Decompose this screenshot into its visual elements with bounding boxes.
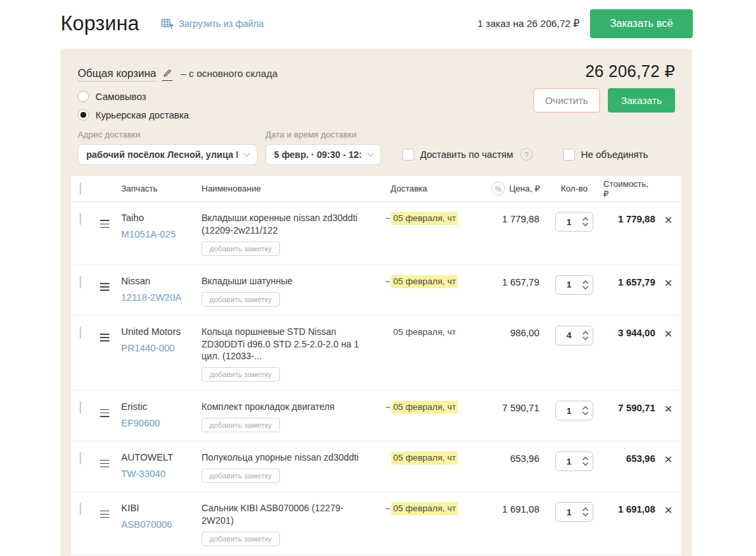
part-article-link[interactable]: EF90600 bbox=[121, 418, 160, 428]
upload-file-icon bbox=[161, 18, 174, 30]
help-icon[interactable]: ? bbox=[520, 148, 533, 161]
quantity-stepper[interactable]: 1 bbox=[555, 275, 593, 295]
percent-icon[interactable]: % bbox=[491, 182, 505, 195]
row-checkbox[interactable] bbox=[80, 276, 81, 288]
address-select[interactable]: рабочий посёлок Лесной, улица М... bbox=[78, 144, 257, 165]
deliver-in-parts-checkbox[interactable] bbox=[402, 149, 414, 161]
item-total: 1 779,88 bbox=[618, 212, 655, 224]
address-label: Адрес доставки bbox=[78, 130, 265, 139]
item-price: 7 590,71 bbox=[502, 401, 545, 413]
part-name: Комплект прокладок двигателя bbox=[202, 401, 384, 413]
courier-radio-circle[interactable] bbox=[78, 109, 89, 120]
item-total: 653,96 bbox=[626, 451, 655, 464]
col-header-qty: Кол-во bbox=[561, 184, 587, 193]
drag-handle-icon[interactable] bbox=[100, 215, 109, 228]
drag-handle-icon[interactable] bbox=[100, 455, 109, 468]
table-row: KIBI ASB070006 Сальник KIBI ASB070006 (1… bbox=[71, 492, 682, 555]
drag-handle-icon[interactable] bbox=[100, 405, 109, 417]
qty-decrease-icon[interactable] bbox=[582, 513, 589, 517]
delivery-approx-tilde: ~ bbox=[385, 402, 391, 412]
qty-decrease-icon[interactable] bbox=[582, 286, 589, 290]
order-summary: 1 заказ на 26 206,72 ₽ bbox=[477, 18, 580, 30]
upload-from-file-link[interactable]: Загрузить из файла bbox=[161, 18, 263, 30]
remove-item-icon[interactable]: × bbox=[664, 502, 672, 517]
drag-handle-icon[interactable] bbox=[100, 278, 109, 291]
part-article-link[interactable]: 12118-2W20A bbox=[121, 292, 182, 303]
row-checkbox[interactable] bbox=[80, 213, 81, 225]
datetime-label: Дата и время доставки bbox=[265, 130, 381, 139]
cart-items-table: Запчасть Наименование Доставка % Цена, ₽… bbox=[71, 176, 682, 556]
item-total: 7 590,71 bbox=[618, 401, 655, 413]
quantity-value: 1 bbox=[556, 280, 582, 290]
select-all-checkbox[interactable] bbox=[80, 182, 81, 195]
part-name: Сальник KIBI ASB070006 (12279-2W201) bbox=[202, 502, 384, 527]
col-header-price: Цена, ₽ bbox=[509, 184, 540, 193]
qty-increase-icon[interactable] bbox=[582, 457, 589, 461]
row-checkbox[interactable] bbox=[80, 401, 81, 414]
no-merge-checkbox[interactable] bbox=[563, 149, 575, 161]
drag-handle-icon[interactable] bbox=[100, 506, 109, 518]
quantity-value: 1 bbox=[556, 406, 582, 416]
add-note-button[interactable]: добавить заметку bbox=[202, 292, 280, 307]
col-header-delivery: Доставка bbox=[384, 184, 491, 193]
qty-increase-icon[interactable] bbox=[582, 217, 589, 221]
part-article-link[interactable]: ASB070006 bbox=[121, 519, 172, 530]
col-header-part: Запчасть bbox=[121, 184, 202, 193]
add-note-button[interactable]: добавить заметку bbox=[202, 367, 280, 382]
part-article-link[interactable]: TW-33040 bbox=[121, 468, 165, 479]
table-row: AUTOWELT TW-33040 Полукольца упорные nis… bbox=[71, 442, 682, 492]
part-brand: KIBI bbox=[121, 502, 202, 515]
chevron-down-icon bbox=[362, 153, 374, 157]
part-article-link[interactable]: M1051A-025 bbox=[121, 229, 176, 240]
datetime-select[interactable]: 5 февр. · 09:30 - 12:30 bbox=[265, 144, 381, 165]
table-row: United Motors PR1440-000 Кольца поршневы… bbox=[71, 316, 682, 392]
remove-item-icon[interactable]: × bbox=[664, 401, 672, 416]
qty-increase-icon[interactable] bbox=[582, 406, 589, 410]
pickup-radio-circle[interactable] bbox=[78, 91, 89, 102]
cart-name[interactable]: Общая корзина bbox=[78, 67, 156, 82]
no-merge-checkbox-group[interactable]: Не объединять bbox=[563, 149, 648, 161]
courier-radio-label: Курьерская доставка bbox=[95, 110, 189, 120]
add-note-button[interactable]: добавить заметку bbox=[202, 418, 280, 432]
add-note-button[interactable]: добавить заметку bbox=[202, 468, 280, 483]
order-cart-button[interactable]: Заказать bbox=[608, 88, 675, 113]
row-checkbox[interactable] bbox=[80, 452, 81, 465]
delivery-date: 05 февраля, чт bbox=[391, 401, 458, 414]
item-price: 1 691,08 bbox=[502, 502, 545, 515]
item-total: 3 944,00 bbox=[618, 326, 655, 338]
row-checkbox[interactable] bbox=[80, 503, 81, 515]
remove-item-icon[interactable]: × bbox=[664, 326, 672, 341]
col-header-name: Наименование bbox=[202, 184, 384, 193]
deliver-in-parts-checkbox-group[interactable]: Доставить по частям ? bbox=[402, 148, 533, 161]
row-checkbox[interactable] bbox=[80, 326, 81, 339]
quantity-stepper[interactable]: 1 bbox=[555, 451, 593, 471]
quantity-stepper[interactable]: 1 bbox=[555, 401, 593, 420]
drag-handle-icon[interactable] bbox=[100, 329, 109, 341]
remove-item-icon[interactable]: × bbox=[664, 212, 672, 227]
qty-decrease-icon[interactable] bbox=[582, 222, 589, 226]
order-all-button[interactable]: Заказать всё bbox=[590, 9, 693, 38]
address-value: рабочий посёлок Лесной, улица М... bbox=[86, 149, 238, 160]
qty-decrease-icon[interactable] bbox=[582, 462, 589, 466]
delivery-date: 05 февраля, чт bbox=[391, 451, 458, 465]
quantity-stepper[interactable]: 1 bbox=[555, 502, 593, 522]
qty-increase-icon[interactable] bbox=[582, 280, 589, 284]
remove-item-icon[interactable]: × bbox=[664, 451, 672, 467]
chevron-down-icon bbox=[238, 153, 250, 157]
part-article-link[interactable]: PR1440-000 bbox=[121, 343, 175, 353]
qty-decrease-icon[interactable] bbox=[582, 336, 589, 340]
clear-cart-button[interactable]: Очистить bbox=[533, 88, 600, 113]
qty-decrease-icon[interactable] bbox=[582, 411, 589, 415]
quantity-stepper[interactable]: 1 bbox=[555, 212, 593, 232]
table-rows: Taiho M1051A-025 Вкладыши коренные nissa… bbox=[71, 202, 682, 556]
upload-link-label: Загрузить из файла bbox=[178, 18, 263, 29]
remove-item-icon[interactable]: × bbox=[664, 275, 672, 290]
edit-cart-name-icon[interactable] bbox=[162, 68, 173, 81]
cart-panel: Общая корзина – с основного склада 26 20… bbox=[61, 49, 692, 556]
add-note-button[interactable]: добавить заметку bbox=[202, 532, 280, 546]
quantity-stepper[interactable]: 4 bbox=[555, 326, 593, 345]
qty-increase-icon[interactable] bbox=[582, 331, 589, 335]
qty-increase-icon[interactable] bbox=[582, 507, 589, 511]
col-header-total: Стоимость, ₽ bbox=[603, 179, 655, 199]
add-note-button[interactable]: добавить заметку bbox=[202, 241, 280, 256]
